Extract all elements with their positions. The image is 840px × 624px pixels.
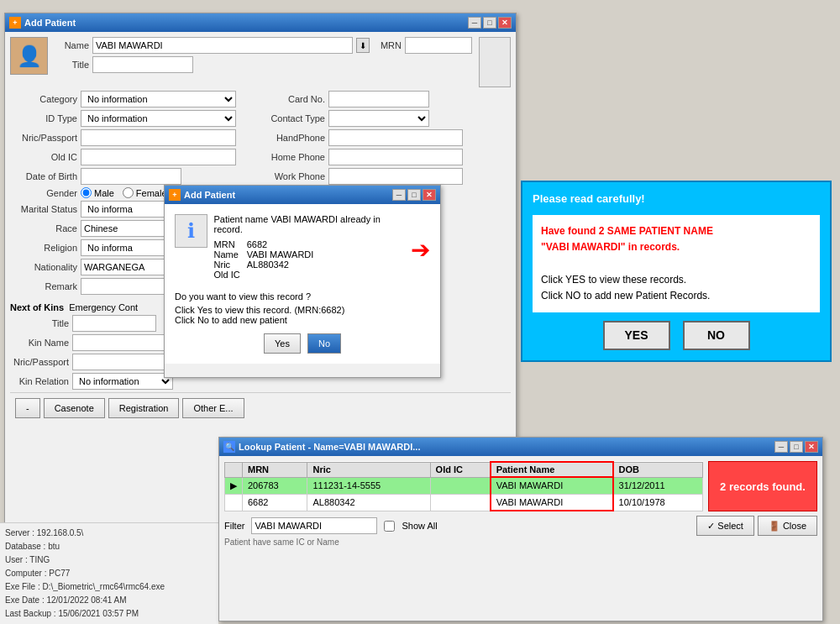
dialog-body: ℹ Patient name VABI MAWARDI already in r… [165, 204, 440, 364]
table-row[interactable]: ▶ 206783 111231-14-5555 VABI MAWARDI 31/… [225, 477, 703, 494]
dialog-mrn-label: MRN [214, 239, 247, 249]
close-lookup-button[interactable]: 🚪 Close [758, 516, 817, 536]
dialog-minimize[interactable]: ─ [392, 189, 406, 201]
exe-date-label: Exe Date : [5, 595, 46, 605]
select-button[interactable]: ✓ Select [696, 516, 754, 536]
dialog-nric-label: Nric [214, 260, 247, 270]
kin-name-label: Kin Name [10, 338, 69, 348]
row-indicator: ▶ [225, 477, 243, 494]
server-info: Server : 192.168.0.5\ [5, 527, 213, 540]
add-patient-title: Add Patient [24, 18, 76, 28]
dialog-maximize[interactable]: □ [407, 189, 421, 201]
dialog-data-table: MRN 6682 Name VABI MAWARDI Nric AL880342… [214, 239, 314, 280]
warning-no-button[interactable]: NO [683, 321, 750, 350]
lookup-table: MRN Nric Old IC Patient Name DOB ▶ 20678… [224, 461, 703, 511]
maximize-button[interactable]: □ [483, 17, 496, 29]
dialog-title-icon: + [169, 189, 181, 201]
row-dob: 31/12/2011 [613, 477, 703, 494]
id-type-select[interactable]: No information [81, 110, 236, 127]
kin-relation-label: Kin Relation [10, 376, 69, 386]
dialog-mrn-value: 6682 [247, 239, 314, 249]
server-value: 192.168.0.5\ [37, 528, 84, 537]
row-patient-name: VABI MAWARDI [491, 494, 613, 511]
col-dob: DOB [613, 462, 703, 477]
filter-label: Filter [224, 521, 244, 531]
warning-yes-button[interactable]: YES [603, 321, 670, 350]
row-mrn: 206783 [243, 477, 307, 494]
lookup-titlebar: 🔍 Lookup Patient - Name=VABI MAWARDI... … [219, 438, 822, 456]
footer-note: Patient have same IC or Name [224, 537, 817, 547]
row-nric: 111231-14-5555 [307, 477, 430, 494]
warning-title: Please read carefully! [533, 192, 820, 205]
lookup-maximize[interactable]: □ [790, 441, 803, 453]
gender-female-radio[interactable]: Female [123, 187, 167, 198]
name-input[interactable] [92, 37, 353, 54]
name-lookup-button[interactable]: ⬇ [356, 38, 370, 53]
kin-title-input[interactable] [72, 315, 156, 332]
add-patient-title-icon: + [9, 17, 21, 29]
minimize-button[interactable]: ─ [468, 17, 481, 29]
records-found-badge: 2 records found. [708, 461, 817, 511]
user-info: User : TING [5, 553, 213, 567]
show-all-checkbox[interactable] [384, 521, 395, 532]
title-label: Title [55, 60, 89, 70]
warning-body: Have found 2 SAME PATIENT NAME "VABI MAW… [533, 215, 820, 312]
lookup-minimize[interactable]: ─ [774, 441, 788, 453]
religion-label: Religion [10, 243, 77, 253]
work-phone-input[interactable] [328, 168, 463, 185]
nric-input[interactable] [81, 129, 236, 146]
nric-label: Nric/Passport [10, 133, 77, 143]
race-label: Race [10, 223, 77, 233]
server-label: Server : [5, 528, 37, 537]
category-select[interactable]: No information [81, 91, 236, 107]
gender-label: Gender [10, 188, 77, 198]
lookup-patient-window: 🔍 Lookup Patient - Name=VABI MAWARDI... … [218, 437, 823, 621]
table-row[interactable]: 6682 AL880342 VABI MAWARDI 10/10/1978 [225, 494, 703, 511]
title-input[interactable] [92, 56, 193, 73]
handphone-input[interactable] [328, 129, 463, 146]
database-value: btu [48, 542, 60, 551]
mrn-input[interactable] [405, 37, 472, 54]
dialog-title: Add Patient [184, 190, 235, 200]
lookup-body: MRN Nric Old IC Patient Name DOB ▶ 20678… [219, 456, 822, 552]
gender-male-radio[interactable]: Male [81, 187, 114, 198]
warning-line1: Have found 2 SAME PATIENT NAME [541, 223, 811, 239]
contact-type-select[interactable] [328, 110, 429, 127]
exe-file-label: Exe File : [5, 582, 42, 591]
minus-button[interactable]: - [15, 398, 40, 418]
warning-line4: Click NO to add new Patient Records. [541, 288, 811, 304]
dialog-old-ic-label: Old IC [214, 270, 247, 280]
close-button[interactable]: ✕ [498, 17, 512, 29]
show-all-label: Show All [402, 521, 437, 531]
row-mrn: 6682 [243, 494, 307, 511]
old-ic-input[interactable] [81, 149, 236, 165]
dialog-name-value: VABI MAWARDI [247, 249, 314, 260]
card-no-label: Card No. [266, 94, 325, 104]
dialog-close[interactable]: ✕ [423, 189, 436, 201]
dialog-old-ic-value [247, 270, 314, 280]
dialog-message: Patient name VABI MAWARDI already in rec… [214, 214, 404, 234]
avatar: 👤 [10, 37, 48, 75]
exe-date-info: Exe Date : 12/01/2022 08:41 AM [5, 594, 213, 607]
warning-panel: Please read carefully! Have found 2 SAME… [521, 181, 832, 362]
registration-button[interactable]: Registration [108, 398, 180, 418]
row-dob: 10/10/1978 [613, 494, 703, 511]
dialog-no-button[interactable]: No [307, 333, 341, 354]
col-old-ic: Old IC [430, 462, 491, 477]
home-phone-input[interactable] [328, 149, 463, 165]
other-button[interactable]: Other E... [182, 398, 244, 418]
close-lookup-icon: 🚪 [769, 521, 780, 532]
computer-value: PC77 [49, 569, 70, 578]
dialog-yes-button[interactable]: Yes [264, 333, 301, 354]
filter-input[interactable] [251, 517, 377, 534]
casenote-button[interactable]: Casenote [44, 398, 105, 418]
lookup-close-btn[interactable]: ✕ [805, 441, 818, 453]
emergency-label: Emergency Cont [69, 302, 138, 312]
kin-relation-select[interactable]: No information [72, 373, 173, 390]
card-no-input[interactable] [328, 91, 429, 107]
row-indicator [225, 494, 243, 511]
add-patient-dialog: + Add Patient ─ □ ✕ ℹ Patient name VABI … [164, 185, 441, 378]
dob-input[interactable] [81, 168, 181, 185]
database-label: Database : [5, 542, 48, 551]
row-patient-name: VABI MAWARDI [491, 477, 613, 494]
